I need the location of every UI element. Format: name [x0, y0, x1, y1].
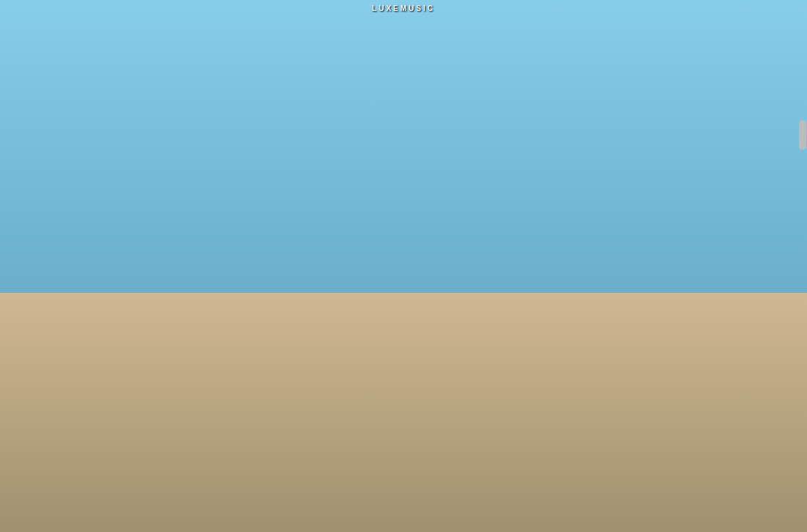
album-art-luxe: LUXEMUSIC [487, 469, 630, 533]
content-area: AGUA SIN GAS BY ANTOINE CLAMARANCOMIN IN… [165, 103, 797, 532]
album-card-luxe[interactable]: LUXEMUSIC LUXE [487, 469, 630, 533]
scrollbar[interactable]: ▲ ▼ [797, 103, 807, 532]
main-content: Медиатека ⊞ Последние добавленные 🎤 Арти… [0, 103, 807, 532]
album-grid: AGUA SIN GAS BY ANTOINE CLAMARANCOMIN IN… [177, 114, 785, 532]
